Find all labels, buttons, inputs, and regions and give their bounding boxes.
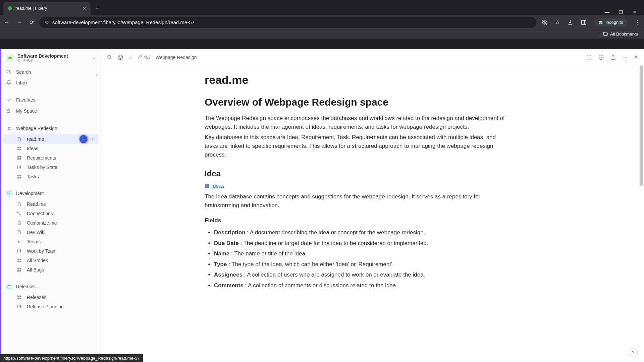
share-icon[interactable] bbox=[610, 54, 616, 60]
doc-linknum[interactable]: #57 bbox=[138, 55, 151, 60]
svg-rect-2 bbox=[581, 20, 586, 24]
sidebar-item-ideas[interactable]: Ideas bbox=[1, 144, 100, 153]
sidebar-item-tasks-by-state[interactable]: Tasks by State bbox=[1, 163, 100, 172]
eye-off-icon[interactable] bbox=[542, 19, 548, 25]
svg-rect-20 bbox=[19, 156, 21, 158]
sidebar-space-releases[interactable]: Releases bbox=[1, 281, 100, 293]
site-info-icon[interactable]: ⚙ bbox=[45, 19, 49, 25]
field-item: Description : A document describing the … bbox=[214, 227, 506, 238]
svg-rect-41 bbox=[17, 268, 19, 269]
overview-para-1: The Webpage Redesign space encompasses t… bbox=[205, 114, 506, 132]
sidebar-item-releases[interactable]: Releases bbox=[1, 293, 100, 302]
star-icon[interactable]: ☆ bbox=[555, 19, 560, 25]
sidebar-item-read-me[interactable]: read.me⋯+ bbox=[3, 134, 98, 144]
svg-rect-60 bbox=[205, 186, 207, 188]
sidebar-inbox[interactable]: Inbox bbox=[1, 77, 100, 88]
emoji-icon[interactable] bbox=[117, 54, 123, 60]
sidebar-item-dev-wiki[interactable]: Dev Wiki bbox=[1, 228, 100, 237]
svg-rect-42 bbox=[19, 268, 21, 269]
all-bookmarks-link[interactable]: All Bookmarks bbox=[610, 32, 638, 37]
svg-line-54 bbox=[110, 58, 112, 59]
space-icon bbox=[6, 283, 13, 290]
sidebar-item-customize-me[interactable]: Customize.me bbox=[1, 218, 100, 228]
svg-rect-15 bbox=[17, 147, 19, 148]
space-icon bbox=[6, 190, 13, 197]
grid-icon bbox=[17, 258, 23, 263]
space-icon bbox=[6, 125, 13, 132]
scrollbar-thumb[interactable] bbox=[640, 65, 643, 186]
workspace-id: 6ad8d3d1 bbox=[17, 59, 89, 63]
svg-rect-37 bbox=[17, 259, 19, 260]
chevron-down-icon[interactable]: ⌄ bbox=[92, 56, 96, 60]
svg-rect-58 bbox=[205, 184, 207, 185]
sidebar-item-tasks[interactable]: Tasks bbox=[1, 172, 100, 181]
breadcrumb[interactable]: Webpage Redesign bbox=[156, 55, 197, 60]
history-icon[interactable] bbox=[598, 54, 604, 60]
svg-point-55 bbox=[118, 55, 123, 60]
field-item: Name : The name or title of the idea. bbox=[214, 248, 506, 259]
address-bar[interactable]: ⚙ software-development.fibery.io/Webpage… bbox=[39, 17, 536, 28]
search-page-icon[interactable] bbox=[107, 54, 113, 60]
back-icon[interactable]: ← bbox=[4, 19, 9, 25]
sidebar-space-webpage-redesign[interactable]: Webpage Redesign bbox=[1, 122, 100, 134]
scrollbar[interactable] bbox=[639, 65, 643, 362]
sidebar-item-all-stories[interactable]: All Stories bbox=[1, 256, 100, 265]
board-icon bbox=[17, 249, 23, 253]
workspace-switcher[interactable]: Software Development 6ad8d3d1 ⌄ bbox=[1, 49, 100, 67]
sidebar-search[interactable]: Search bbox=[1, 67, 100, 77]
svg-rect-40 bbox=[19, 261, 21, 262]
forward-icon[interactable]: → bbox=[17, 19, 22, 25]
window-close-icon[interactable]: ✕ bbox=[633, 9, 637, 15]
sidebar-item-teams[interactable]: Teams bbox=[1, 237, 100, 246]
sidebar-item-connections[interactable]: Connections bbox=[1, 209, 100, 218]
svg-point-57 bbox=[121, 56, 122, 57]
page-title: read.me bbox=[205, 73, 506, 86]
browser-tab[interactable]: read.me | Fibery ✕ bbox=[3, 2, 91, 15]
svg-point-53 bbox=[108, 55, 111, 58]
svg-rect-38 bbox=[19, 259, 21, 260]
idea-heading: Idea bbox=[205, 169, 506, 178]
sidebar-item-all-bugs[interactable]: All Bugs bbox=[1, 265, 100, 275]
svg-rect-21 bbox=[17, 158, 19, 160]
expand-icon[interactable] bbox=[586, 54, 592, 60]
svg-rect-22 bbox=[19, 158, 21, 160]
svg-point-6 bbox=[7, 70, 10, 73]
download-icon[interactable] bbox=[567, 19, 573, 25]
field-item: Due Date : The deadline or target date f… bbox=[214, 238, 506, 248]
incognito-badge[interactable]: Incognito bbox=[594, 18, 627, 26]
svg-rect-27 bbox=[19, 175, 21, 176]
sidebar-item-read-me[interactable]: Read.me bbox=[1, 199, 100, 209]
close-page-icon[interactable]: ✕ bbox=[634, 54, 638, 60]
sidebar-item-work-by-team[interactable]: Work by Team bbox=[1, 246, 100, 256]
reload-icon[interactable]: ⟳ bbox=[30, 19, 34, 25]
link-icon bbox=[138, 55, 142, 60]
add-icon[interactable]: + bbox=[92, 136, 94, 142]
svg-point-5 bbox=[601, 22, 602, 23]
item-actions-badge[interactable]: ⋯ bbox=[79, 135, 88, 143]
new-tab-button[interactable]: + bbox=[91, 2, 104, 15]
more-icon[interactable]: ⋯ bbox=[622, 54, 628, 60]
svg-line-7 bbox=[9, 73, 10, 74]
help-button[interactable]: ? bbox=[629, 348, 638, 357]
collapse-sidebar-icon[interactable]: ‹ bbox=[96, 72, 98, 77]
svg-rect-46 bbox=[17, 296, 19, 297]
menu-icon[interactable]: ⋮ bbox=[635, 19, 640, 25]
sidebar-space-development[interactable]: Development bbox=[1, 187, 100, 199]
sidebar-item-release-planning[interactable]: Release Planning bbox=[1, 302, 100, 311]
sidebar-my-space[interactable]: My Space bbox=[1, 106, 100, 116]
sidebar-favorites[interactable]: ☆ Favorites bbox=[1, 94, 100, 106]
svg-rect-44 bbox=[19, 270, 21, 272]
minimize-icon[interactable]: — bbox=[605, 9, 609, 15]
ideas-link[interactable]: Ideas bbox=[205, 183, 224, 189]
svg-rect-8 bbox=[7, 111, 10, 112]
maximize-icon[interactable]: ❐ bbox=[619, 9, 623, 15]
doc-icon bbox=[17, 221, 23, 225]
page-toolbar: ☆ #57 Webpage Redesign ⋯ ✕ bbox=[101, 49, 644, 65]
sidebar-item-requirements[interactable]: Requirements bbox=[1, 153, 100, 163]
svg-point-4 bbox=[599, 22, 601, 23]
panel-icon[interactable] bbox=[581, 19, 587, 25]
favorite-icon[interactable]: ☆ bbox=[128, 54, 133, 60]
close-icon[interactable]: ✕ bbox=[83, 6, 87, 11]
doc-icon bbox=[17, 137, 23, 141]
doc-icon bbox=[17, 202, 23, 206]
